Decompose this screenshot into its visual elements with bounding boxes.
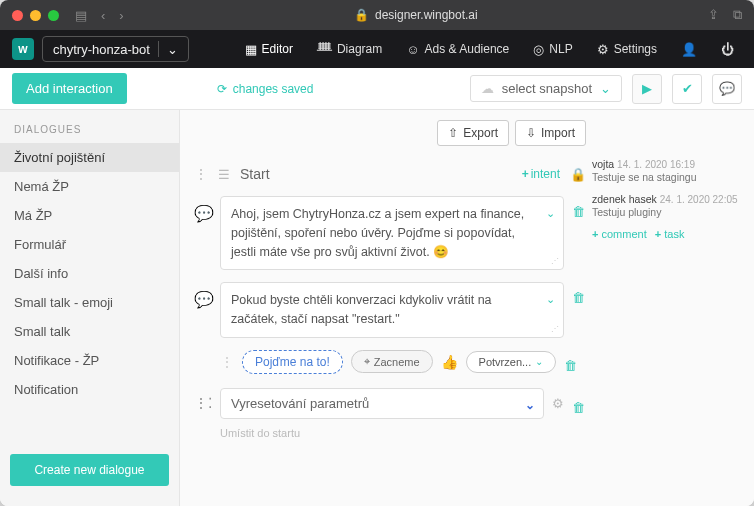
gear-icon: ⚙ xyxy=(597,42,609,57)
resize-handle-icon[interactable]: ⋰ xyxy=(551,255,559,267)
nav-nlp[interactable]: ◎NLP xyxy=(525,42,580,57)
comment-item: zdenek hasek 24. 1. 2020 22:05 Testuju p… xyxy=(592,193,740,218)
chevron-down-icon: ⌄ xyxy=(535,356,543,367)
gear-icon[interactable]: ⚙ xyxy=(552,396,564,411)
comments-panel: vojta 14. 1. 2020 16:19 Testuje se na st… xyxy=(592,120,740,496)
hint-text: Umístit do startu xyxy=(220,427,586,439)
drag-handle-icon[interactable]: ⋮ xyxy=(220,354,234,370)
sidebar: DIALOGUES Životní pojištění Nemá ŽP Má Ž… xyxy=(0,110,180,506)
target-icon: ⌖ xyxy=(364,355,370,368)
editor-icon: ▦ xyxy=(245,42,257,57)
sidebar-item-notifikace[interactable]: Notifikace - ŽP xyxy=(0,346,179,375)
nav-ads[interactable]: ☺Ads & Audience xyxy=(398,42,517,57)
close-window[interactable] xyxy=(12,10,23,21)
refresh-icon: ⟳ xyxy=(217,82,227,96)
browser-titlebar: ▤ ‹ › 🔒 designer.wingbot.ai ⇪ ⧉ xyxy=(0,0,754,30)
sidebar-item-nema[interactable]: Nemá ŽP xyxy=(0,172,179,201)
snapshot-selector[interactable]: ☁ select snapshot ⌄ xyxy=(470,75,622,102)
import-button[interactable]: ⇩Import xyxy=(515,120,586,146)
add-task-button[interactable]: + task xyxy=(655,228,685,240)
bot-selector[interactable]: chytry-honza-bot ⌄ xyxy=(42,36,189,62)
sidebar-toggle-icon[interactable]: ▤ xyxy=(75,8,87,23)
diagram-icon: ᚙ xyxy=(317,42,332,57)
download-icon: ⇩ xyxy=(526,126,536,140)
chat-button[interactable]: 💬 xyxy=(712,74,742,104)
reset-select[interactable]: Vyresetování parametrů ⌄ xyxy=(220,388,544,419)
lock-icon: 🔒 xyxy=(354,8,369,22)
confirm-button[interactable]: ✔ xyxy=(672,74,702,104)
lock-icon[interactable]: 🔒 xyxy=(570,167,586,182)
delete-icon[interactable]: 🗑 xyxy=(564,350,578,373)
upload-icon: ⇧ xyxy=(448,126,458,140)
sidebar-item-zivotni[interactable]: Životní pojištění xyxy=(0,143,179,172)
add-comment-button[interactable]: + comment xyxy=(592,228,647,240)
add-interaction-button[interactable]: Add interaction xyxy=(12,73,127,104)
url-text: designer.wingbot.ai xyxy=(375,8,478,22)
export-button[interactable]: ⇧Export xyxy=(437,120,509,146)
message-input-1[interactable]: Ahoj, jsem ChytryHonza.cz a jsem expert … xyxy=(220,196,564,270)
app-topnav: w chytry-honza-bot ⌄ ▦Editor ᚙDiagram ☺A… xyxy=(0,30,754,68)
sidebar-item-ma[interactable]: Má ŽP xyxy=(0,201,179,230)
sidebar-item-notification[interactable]: Notification xyxy=(0,375,179,404)
resize-handle-icon[interactable]: ⋰ xyxy=(551,323,559,335)
traffic-lights xyxy=(12,10,59,21)
ads-icon: ☺ xyxy=(406,42,419,57)
cloud-icon: ☁ xyxy=(481,81,494,96)
sidebar-title: DIALOGUES xyxy=(0,120,179,143)
thumbs-up-icon[interactable]: 👍 xyxy=(441,354,458,370)
nav-editor[interactable]: ▦Editor xyxy=(237,42,301,57)
chip-pojdme[interactable]: Pojďme na to! xyxy=(242,350,343,374)
quick-replies-row: ⋮ Pojďme na to! ⌖Zacneme 👍 Potvrzen...⌄ … xyxy=(220,350,586,374)
logo[interactable]: w xyxy=(12,38,34,60)
nav-settings[interactable]: ⚙Settings xyxy=(589,42,665,57)
save-status: ⟳ changes saved xyxy=(217,82,314,96)
logout-icon[interactable]: ⏻ xyxy=(713,42,742,57)
minimize-window[interactable] xyxy=(30,10,41,21)
chat-bubble-icon: 💬 xyxy=(194,196,212,223)
delete-icon[interactable]: 🗑 xyxy=(572,196,586,219)
sidebar-item-formular[interactable]: Formulář xyxy=(0,230,179,259)
puzzle-icon[interactable]: ⋮⁚ xyxy=(194,395,212,411)
message-input-2[interactable]: Pokud byste chtěli konverzaci kdykoliv v… xyxy=(220,282,564,338)
sidebar-item-smalltalk-emoji[interactable]: Small talk - emoji xyxy=(0,288,179,317)
delete-icon[interactable]: 🗑 xyxy=(572,282,586,305)
block-header: ⋮ ☰ Start +intent 🔒 xyxy=(194,160,586,196)
delete-icon[interactable]: 🗑 xyxy=(572,392,586,415)
share-icon[interactable]: ⇪ xyxy=(708,7,719,23)
browser-nav: ▤ ‹ › xyxy=(75,8,124,23)
play-button[interactable]: ▶ xyxy=(632,74,662,104)
sidebar-item-smalltalk[interactable]: Small talk xyxy=(0,317,179,346)
bookmark-icon[interactable]: ☰ xyxy=(218,167,230,182)
chip-zacneme[interactable]: ⌖Zacneme xyxy=(351,350,433,373)
block-title: Start xyxy=(240,166,512,182)
tabs-icon[interactable]: ⧉ xyxy=(733,7,742,23)
chevron-down-icon[interactable]: ⌄ xyxy=(525,398,535,412)
chevron-down-icon[interactable]: ⌄ xyxy=(546,291,555,308)
nlp-icon: ◎ xyxy=(533,42,544,57)
sidebar-item-dalsi[interactable]: Další info xyxy=(0,259,179,288)
chip-potvrzen[interactable]: Potvrzen...⌄ xyxy=(466,351,557,373)
address-bar[interactable]: 🔒 designer.wingbot.ai xyxy=(124,8,708,22)
nav-diagram[interactable]: ᚙDiagram xyxy=(309,42,390,57)
back-icon[interactable]: ‹ xyxy=(101,8,105,23)
drag-handle-icon[interactable]: ⋮ xyxy=(194,166,208,182)
bot-name: chytry-honza-bot xyxy=(53,42,150,57)
chevron-down-icon: ⌄ xyxy=(600,81,611,96)
create-dialogue-button[interactable]: Create new dialogue xyxy=(10,454,169,486)
add-intent-button[interactable]: +intent xyxy=(522,167,560,181)
chevron-down-icon: ⌄ xyxy=(167,42,178,57)
chevron-down-icon[interactable]: ⌄ xyxy=(546,205,555,222)
toolbar: Add interaction ⟳ changes saved ☁ select… xyxy=(0,68,754,110)
chat-bubble-icon: 💬 xyxy=(194,282,212,309)
user-icon[interactable]: 👤 xyxy=(673,42,705,57)
maximize-window[interactable] xyxy=(48,10,59,21)
comment-item: vojta 14. 1. 2020 16:19 Testuje se na st… xyxy=(592,158,740,183)
